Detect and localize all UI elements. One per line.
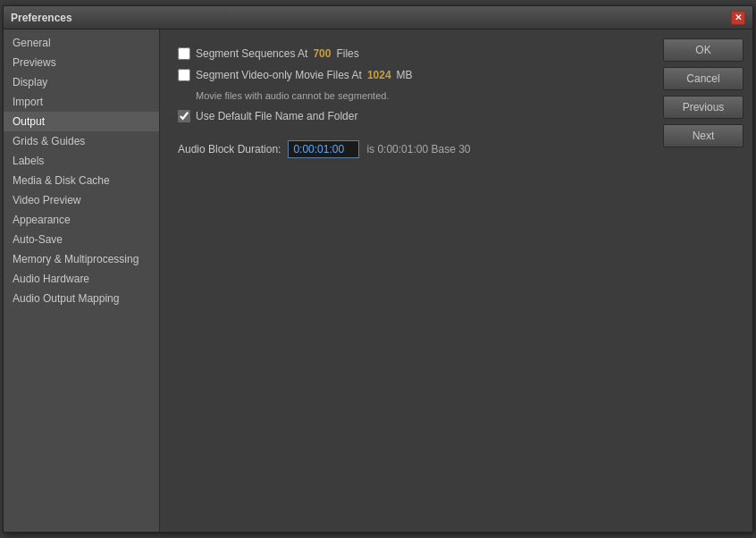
sidebar: GeneralPreviewsDisplayImportOutputGrids … — [4, 29, 160, 532]
sidebar-item-display[interactable]: Display — [4, 72, 159, 92]
audio-block-input[interactable] — [288, 140, 359, 158]
segment-video-checkbox[interactable] — [178, 69, 190, 81]
sidebar-item-auto-save[interactable]: Auto-Save — [4, 230, 159, 249]
segment-video-value: 1024 — [367, 69, 391, 81]
segment-video-label[interactable]: Segment Video-only Movie Files At — [196, 69, 362, 81]
segment-sequences-unit: Files — [336, 47, 358, 60]
sidebar-item-appearance[interactable]: Appearance — [4, 210, 159, 230]
segment-video-row: Segment Video-only Movie Files At 1024 M… — [178, 69, 636, 81]
previous-button[interactable]: Previous — [663, 96, 743, 119]
use-default-checkbox[interactable] — [178, 110, 190, 122]
use-default-text: Use Default File Name and Folder — [196, 110, 357, 122]
audio-block-suffix: is 0:00:01:00 Base 30 — [366, 143, 470, 156]
segment-sequences-text: Segment Sequences At — [196, 47, 307, 60]
button-panel: OK Cancel Previous Next — [654, 29, 752, 532]
sidebar-item-audio-hardware[interactable]: Audio Hardware — [4, 269, 159, 289]
use-default-row: Use Default File Name and Folder — [178, 110, 636, 122]
sidebar-item-media-disk-cache[interactable]: Media & Disk Cache — [4, 171, 159, 190]
next-button[interactable]: Next — [663, 124, 743, 147]
title-bar: Preferences ✕ — [4, 6, 752, 29]
sidebar-item-previews[interactable]: Previews — [4, 53, 159, 72]
sidebar-item-import[interactable]: Import — [4, 92, 159, 112]
segment-sequences-checkbox[interactable] — [178, 47, 190, 60]
sidebar-item-video-preview[interactable]: Video Preview — [4, 190, 159, 210]
close-button[interactable]: ✕ — [731, 11, 745, 25]
segment-sequences-value: 700 — [313, 47, 331, 60]
segment-sequences-label[interactable]: Segment Sequences At — [196, 47, 307, 60]
audio-block-label: Audio Block Duration: — [178, 143, 281, 156]
audio-block-row: Audio Block Duration: is 0:00:01:00 Base… — [178, 140, 636, 158]
sidebar-item-grids-guides[interactable]: Grids & Guides — [4, 131, 159, 151]
segment-sequences-row: Segment Sequences At 700 Files — [178, 47, 636, 60]
cancel-button[interactable]: Cancel — [663, 67, 743, 90]
segment-video-unit: MB — [397, 69, 413, 81]
segment-note: Movie files with audio cannot be segment… — [196, 90, 636, 101]
segment-video-text: Segment Video-only Movie Files At — [196, 69, 362, 81]
ok-button[interactable]: OK — [663, 38, 743, 62]
sidebar-item-general[interactable]: General — [4, 33, 159, 53]
sidebar-item-memory-multiprocessing[interactable]: Memory & Multiprocessing — [4, 249, 159, 269]
use-default-label[interactable]: Use Default File Name and Folder — [196, 110, 357, 122]
sidebar-item-output[interactable]: Output — [4, 112, 159, 131]
preferences-window: Preferences ✕ GeneralPreviewsDisplayImpo… — [3, 5, 753, 533]
window-body: GeneralPreviewsDisplayImportOutputGrids … — [4, 29, 752, 532]
sidebar-item-labels[interactable]: Labels — [4, 151, 159, 171]
main-content: Segment Sequences At 700 Files Segment V… — [160, 29, 654, 532]
window-title: Preferences — [11, 12, 72, 24]
sidebar-item-audio-output-mapping[interactable]: Audio Output Mapping — [4, 289, 159, 308]
